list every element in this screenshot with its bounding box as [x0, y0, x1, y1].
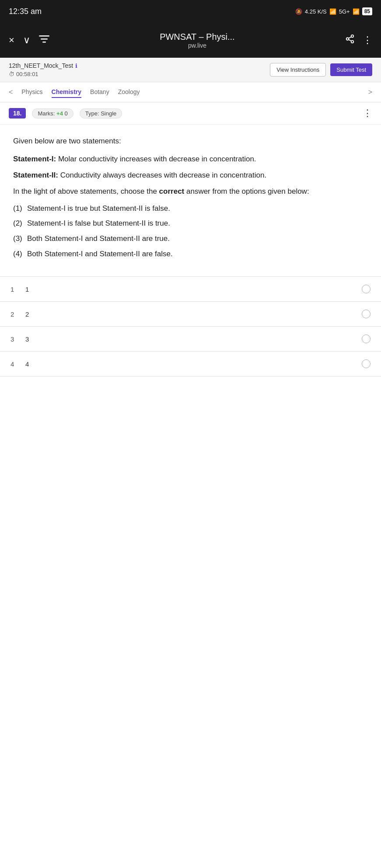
svg-rect-1	[41, 38, 48, 40]
status-time: 12:35 am	[9, 7, 42, 16]
question-more-options[interactable]: ⋮	[363, 108, 372, 119]
answer-option-3-label: 3	[25, 335, 355, 343]
type-badge: Type: Single	[80, 108, 122, 119]
svg-line-6	[349, 39, 351, 41]
answer-option-1-label: 1	[25, 286, 355, 293]
svg-rect-2	[42, 42, 46, 43]
answer-option-2[interactable]: 2 2	[0, 302, 381, 327]
expand-button[interactable]: ∨	[23, 35, 30, 46]
statement1-text: Molar conductivity increases with decrea…	[56, 155, 256, 163]
answer-option-1-num: 1	[10, 286, 18, 293]
nav-actions: ⋮	[345, 34, 372, 46]
answer-option-4-label: 4	[25, 360, 355, 368]
question-option-4: (4) Both Statement-I and Statement-II ar…	[13, 248, 368, 261]
answer-option-2-label: 2	[25, 310, 355, 318]
nav-title: PWNSAT – Physi...	[58, 32, 336, 42]
statement1: Statement-I: Molar conductivity increase…	[13, 153, 368, 166]
svg-point-3	[351, 35, 354, 38]
tabs-left-arrow[interactable]: <	[9, 88, 13, 96]
marks-value: +4	[56, 110, 63, 117]
tab-zoology[interactable]: Zoology	[118, 87, 140, 98]
status-bar: 12:35 am 🔕 4.25 K/S 📶 5G+ 📶 85	[0, 0, 381, 23]
nav-title-area: PWNSAT – Physi... pw.live	[58, 32, 336, 49]
answer-option-4[interactable]: 4 4	[0, 352, 381, 376]
svg-rect-0	[39, 35, 49, 37]
signal-icon: 📶	[353, 8, 360, 15]
wifi-icon: 📶	[329, 8, 336, 15]
answer-options: 1 1 2 2 3 3 4 4	[0, 276, 381, 376]
close-button[interactable]: ×	[9, 35, 14, 46]
answer-option-4-num: 4	[10, 360, 18, 368]
share-button[interactable]	[345, 34, 355, 46]
test-info: 12th_NEET_Mock_Test ℹ ⏱ 00:58:01	[9, 62, 77, 77]
battery-indicator: 85	[362, 7, 372, 15]
statement2-label: Statement-II:	[13, 171, 58, 179]
question-body: Given below are two statements: Statemen…	[0, 125, 381, 268]
filter-button[interactable]	[39, 35, 49, 46]
question-option-3: (3) Both Statement-I and Statement-II ar…	[13, 233, 368, 245]
answer-option-3-num: 3	[10, 335, 18, 343]
status-icons: 🔕 4.25 K/S 📶 5G+ 📶 85	[295, 7, 372, 15]
timer-value: 00:58:01	[16, 71, 38, 77]
test-header: 12th_NEET_Mock_Test ℹ ⏱ 00:58:01 View In…	[0, 58, 381, 82]
marks-label: Marks:	[38, 110, 55, 117]
svg-point-4	[346, 38, 349, 40]
statement2-text: Conductivity always decreases with decre…	[58, 171, 266, 179]
data-speed: 4.25 K/S	[305, 8, 327, 15]
timer-icon: ⏱	[9, 71, 14, 77]
answer-option-2-num: 2	[10, 310, 18, 318]
tab-chemistry[interactable]: Chemistry	[52, 87, 81, 98]
top-nav: × ∨ PWNSAT – Physi... pw.live ⋮	[0, 23, 381, 58]
bell-icon: 🔕	[295, 8, 302, 15]
question-intro: Given below are two statements:	[13, 135, 368, 148]
info-icon: ℹ	[75, 63, 77, 69]
answer-option-2-radio[interactable]	[362, 310, 371, 318]
bottom-whitespace	[0, 376, 381, 726]
nav-subtitle: pw.live	[58, 42, 336, 49]
more-options-button[interactable]: ⋮	[363, 35, 372, 46]
tab-botany[interactable]: Botany	[90, 87, 109, 98]
view-instructions-button[interactable]: View Instructions	[270, 63, 326, 77]
network-type: 5G+	[339, 8, 350, 15]
svg-line-7	[349, 37, 351, 38]
tabs-right-arrow[interactable]: >	[368, 88, 372, 96]
question-number-badge: 18.	[9, 108, 26, 119]
tab-physics[interactable]: Physics	[21, 87, 42, 98]
answer-option-3-radio[interactable]	[362, 335, 371, 343]
statement1-label: Statement-I:	[13, 155, 56, 163]
test-name: 12th_NEET_Mock_Test ℹ	[9, 62, 77, 69]
test-timer: ⏱ 00:58:01	[9, 71, 77, 77]
marks-badge: Marks: +4 0	[32, 108, 73, 119]
question-option-1: (1) Statement-I is true but Statement-II…	[13, 202, 368, 215]
subject-tabs: < Physics Chemistry Botany Zoology >	[0, 82, 381, 102]
answer-option-4-radio[interactable]	[362, 359, 371, 368]
question-header: 18. Marks: +4 0 Type: Single ⋮	[0, 102, 381, 125]
choose-text: In the light of above statements, choose…	[13, 185, 368, 198]
svg-point-5	[351, 41, 354, 43]
answer-option-1-radio[interactable]	[362, 285, 371, 293]
statement2: Statement-II: Conductivity always decrea…	[13, 169, 368, 182]
question-options-list: (1) Statement-I is true but Statement-II…	[13, 202, 368, 261]
answer-option-1[interactable]: 1 1	[0, 277, 381, 302]
test-actions: View Instructions Submit Test	[270, 63, 372, 77]
submit-test-button[interactable]: Submit Test	[330, 63, 372, 76]
question-option-2: (2) Statement-I is false but Statement-I…	[13, 217, 368, 230]
answer-option-3[interactable]: 3 3	[0, 327, 381, 352]
